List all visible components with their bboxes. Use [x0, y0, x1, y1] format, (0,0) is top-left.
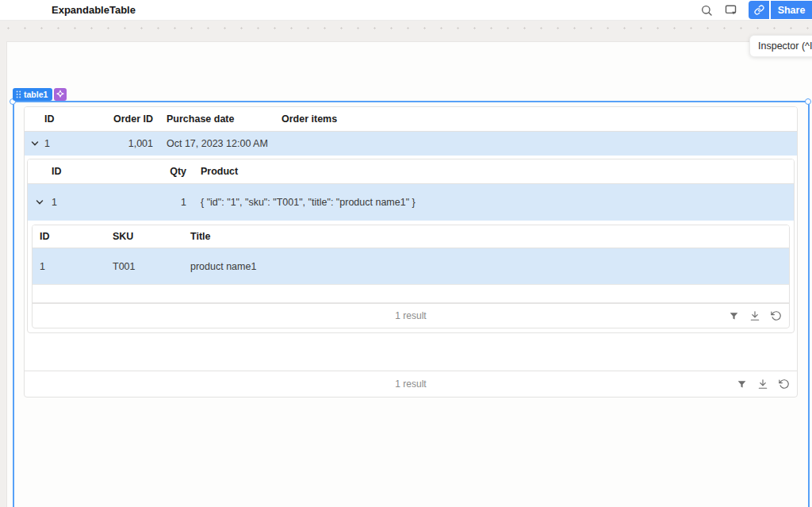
cell-sku: T001 — [113, 261, 190, 272]
table-footer-actions — [729, 310, 782, 321]
topbar-actions: Share — [695, 0, 812, 20]
download-button[interactable] — [757, 378, 768, 390]
component-badge-label: table1 — [24, 90, 48, 99]
download-icon — [749, 310, 760, 321]
download-icon — [757, 378, 768, 390]
results-count: 1 result — [25, 378, 797, 390]
selection-outline-top — [13, 101, 810, 102]
selection-handle-top-right[interactable] — [805, 98, 811, 105]
ai-assist-button[interactable] — [54, 88, 67, 101]
empty-body-area — [25, 336, 797, 371]
collapse-row-icon[interactable] — [36, 198, 44, 206]
filter-icon — [729, 311, 739, 321]
debug-panel-button[interactable] — [718, 1, 742, 20]
collapse-row-icon[interactable] — [31, 140, 39, 148]
selection-outline-right — [808, 101, 810, 507]
outer-table-header: ID Order ID Purchase date Order items — [25, 107, 797, 132]
column-header-qty[interactable]: Qty — [117, 166, 186, 177]
column-header-id[interactable]: ID — [44, 113, 109, 125]
column-header-id[interactable]: ID — [52, 166, 117, 177]
refresh-button[interactable] — [779, 378, 790, 390]
column-header-title[interactable]: Title — [190, 231, 789, 242]
refresh-icon — [771, 310, 782, 321]
component-badge[interactable]: table1 — [13, 88, 52, 101]
qty-row-expansion: ID SKU Title 1 T001 product name1 1 resu… — [28, 221, 794, 332]
table1-component: ID Order ID Purchase date Order items 1 … — [24, 106, 798, 398]
debug-panel-icon — [724, 3, 737, 17]
results-count: 1 result — [33, 310, 789, 321]
cell-id: 1 — [44, 138, 109, 149]
cell-title: product name1 — [190, 261, 789, 272]
download-button[interactable] — [749, 310, 760, 321]
topbar: ExpandableTable Share — [0, 0, 812, 21]
qty-table-row[interactable]: 1 1 { "id": "1", "sku": "T001", "title":… — [28, 184, 794, 221]
column-header-product[interactable]: Product — [201, 166, 794, 177]
outer-row-expansion: ID Qty Product 1 1 { "id": "1", "sku": "… — [25, 156, 797, 336]
selection-outline-left — [13, 101, 14, 507]
product-table-row[interactable]: 1 T001 product name1 — [33, 248, 789, 285]
cell-id: 1 — [52, 197, 117, 208]
column-header-order-items[interactable]: Order items — [282, 113, 797, 125]
column-header-order-id[interactable]: Order ID — [109, 113, 153, 125]
outer-table-footer: 1 result — [25, 371, 797, 397]
search-icon — [700, 4, 713, 17]
cell-order-id: 1,001 — [109, 138, 153, 149]
column-header-purchase-date[interactable]: Purchase date — [167, 113, 282, 125]
cell-id: 1 — [40, 261, 113, 272]
drag-handle-icon — [16, 90, 21, 98]
search-button[interactable] — [695, 1, 718, 20]
component-badge-group: table1 — [13, 88, 67, 101]
empty-body-area — [33, 285, 789, 303]
copy-link-button[interactable] — [749, 1, 769, 19]
product-table: ID SKU Title 1 T001 product name1 1 resu… — [32, 225, 790, 328]
column-header-id[interactable]: ID — [40, 231, 113, 242]
product-table-header: ID SKU Title — [33, 225, 789, 248]
product-table-footer: 1 result — [33, 303, 789, 328]
inspector-tooltip: Inspector (^I — [749, 35, 812, 57]
link-icon — [754, 5, 764, 15]
filter-button[interactable] — [737, 379, 747, 390]
cell-qty: 1 — [117, 197, 186, 208]
refresh-button[interactable] — [771, 310, 782, 321]
app-title: ExpandableTable — [52, 0, 136, 20]
filter-icon — [737, 379, 747, 390]
table-footer-actions — [737, 378, 790, 390]
filter-button[interactable] — [729, 311, 739, 321]
share-button[interactable]: Share — [771, 1, 812, 19]
retool-editor: { "topbar": { "title": "ExpandableTable"… — [0, 0, 812, 507]
cell-purchase-date: Oct 17, 2023 12:00 AM — [167, 138, 282, 149]
refresh-icon — [779, 378, 790, 390]
outer-table-row[interactable]: 1 1,001 Oct 17, 2023 12:00 AM — [25, 132, 797, 156]
qty-table-header: ID Qty Product — [28, 159, 794, 184]
column-header-sku[interactable]: SKU — [113, 231, 190, 242]
sparkle-icon — [56, 90, 65, 99]
order-items-table: ID Qty Product 1 1 { "id": "1", "sku": "… — [27, 159, 795, 333]
cell-product-json: { "id": "1", "sku": "T001", "title": "pr… — [201, 197, 794, 208]
